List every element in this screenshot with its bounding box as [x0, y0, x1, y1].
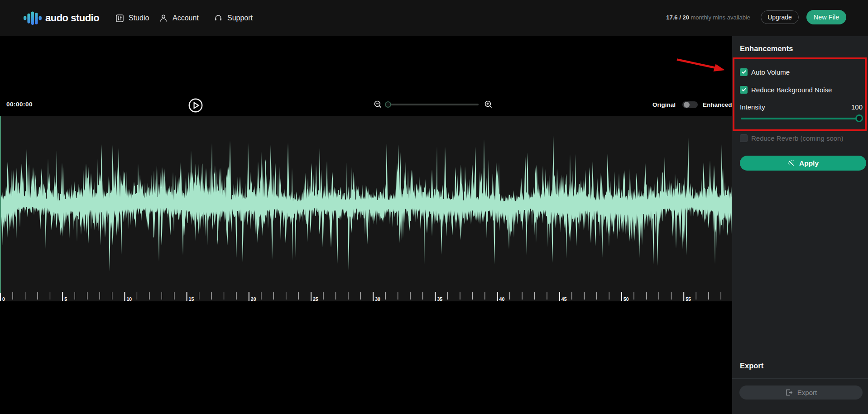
svg-text:30: 30 [375, 296, 380, 301]
svg-text:10: 10 [126, 296, 132, 301]
svg-text:25: 25 [313, 296, 318, 301]
svg-text:40: 40 [499, 296, 505, 301]
svg-text:0: 0 [2, 296, 5, 301]
svg-text:15: 15 [189, 296, 194, 301]
svg-text:35: 35 [437, 296, 442, 301]
svg-text:55: 55 [686, 296, 691, 301]
svg-text:45: 45 [561, 296, 567, 301]
svg-text:20: 20 [251, 296, 256, 301]
svg-text:5: 5 [64, 296, 67, 301]
svg-text:50: 50 [623, 296, 629, 301]
